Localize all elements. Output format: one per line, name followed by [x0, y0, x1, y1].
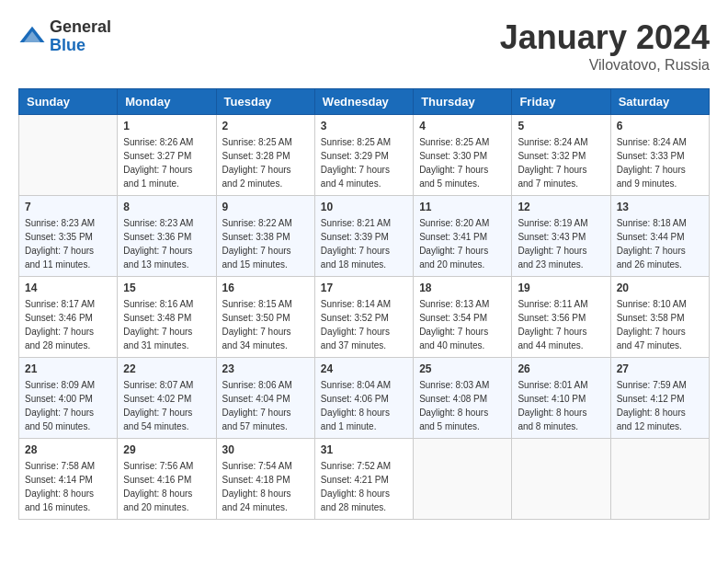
day-number: 26 [518, 362, 604, 375]
table-row: 29Sunrise: 7:56 AMSunset: 4:16 PMDayligh… [118, 439, 216, 520]
table-row: 25Sunrise: 8:03 AMSunset: 4:08 PMDayligh… [414, 358, 512, 439]
logo-general-text: General [50, 18, 111, 37]
calendar-table: SundayMondayTuesdayWednesdayThursdayFrid… [18, 88, 710, 520]
table-row: 15Sunrise: 8:16 AMSunset: 3:48 PMDayligh… [118, 277, 216, 358]
day-number: 29 [123, 443, 210, 456]
day-info: Sunrise: 7:59 AMSunset: 4:12 PMDaylight:… [617, 378, 703, 433]
day-info: Sunrise: 8:19 AMSunset: 3:43 PMDaylight:… [518, 216, 604, 271]
day-number: 1 [123, 120, 210, 132]
day-number: 4 [419, 120, 506, 132]
logo-blue-text: Blue [50, 37, 111, 55]
table-row: 2Sunrise: 8:25 AMSunset: 3:28 PMDaylight… [216, 115, 314, 196]
weekday-header-sunday: Sunday [19, 89, 118, 115]
day-info: Sunrise: 8:24 AMSunset: 3:33 PMDaylight:… [617, 135, 703, 190]
day-info: Sunrise: 7:54 AMSunset: 4:18 PMDaylight:… [222, 459, 309, 514]
day-info: Sunrise: 8:01 AMSunset: 4:10 PMDaylight:… [518, 378, 604, 433]
day-number: 12 [518, 201, 604, 213]
day-info: Sunrise: 8:11 AMSunset: 3:56 PMDaylight:… [518, 297, 604, 352]
location-title: Vilovatovo, Russia [500, 57, 710, 74]
day-info: Sunrise: 8:06 AMSunset: 4:04 PMDaylight:… [222, 378, 309, 433]
table-row: 8Sunrise: 8:23 AMSunset: 3:36 PMDaylight… [118, 196, 216, 277]
day-number: 18 [419, 282, 506, 294]
table-row: 10Sunrise: 8:21 AMSunset: 3:39 PMDayligh… [314, 196, 413, 277]
day-number: 6 [617, 120, 703, 132]
day-info: Sunrise: 8:07 AMSunset: 4:02 PMDaylight:… [123, 378, 210, 433]
day-number: 17 [321, 282, 407, 294]
calendar-week-row: 14Sunrise: 8:17 AMSunset: 3:46 PMDayligh… [19, 277, 710, 358]
day-info: Sunrise: 8:14 AMSunset: 3:52 PMDaylight:… [321, 297, 407, 352]
month-title: January 2024 [500, 18, 710, 57]
table-row: 23Sunrise: 8:06 AMSunset: 4:04 PMDayligh… [216, 358, 314, 439]
weekday-header-row: SundayMondayTuesdayWednesdayThursdayFrid… [19, 89, 710, 115]
table-row: 13Sunrise: 8:18 AMSunset: 3:44 PMDayligh… [610, 196, 709, 277]
day-number: 25 [419, 362, 506, 375]
calendar-week-row: 1Sunrise: 8:26 AMSunset: 3:27 PMDaylight… [19, 115, 710, 196]
day-info: Sunrise: 8:20 AMSunset: 3:41 PMDaylight:… [419, 216, 506, 271]
weekday-header-monday: Monday [118, 89, 216, 115]
table-row: 18Sunrise: 8:13 AMSunset: 3:54 PMDayligh… [414, 277, 512, 358]
day-info: Sunrise: 8:23 AMSunset: 3:35 PMDaylight:… [25, 216, 111, 271]
table-row: 5Sunrise: 8:24 AMSunset: 3:32 PMDaylight… [512, 115, 610, 196]
weekday-header-saturday: Saturday [610, 89, 709, 115]
table-row: 11Sunrise: 8:20 AMSunset: 3:41 PMDayligh… [414, 196, 512, 277]
day-number: 5 [518, 120, 604, 132]
day-info: Sunrise: 8:18 AMSunset: 3:44 PMDaylight:… [617, 216, 703, 271]
day-info: Sunrise: 8:25 AMSunset: 3:30 PMDaylight:… [419, 135, 506, 190]
weekday-header-thursday: Thursday [414, 89, 512, 115]
weekday-header-wednesday: Wednesday [314, 89, 413, 115]
day-info: Sunrise: 8:17 AMSunset: 3:46 PMDaylight:… [25, 297, 111, 352]
table-row: 27Sunrise: 7:59 AMSunset: 4:12 PMDayligh… [610, 358, 709, 439]
day-number: 24 [321, 362, 407, 375]
day-number: 28 [25, 443, 111, 456]
table-row [414, 439, 512, 520]
day-info: Sunrise: 8:10 AMSunset: 3:58 PMDaylight:… [617, 297, 703, 352]
title-block: January 2024 Vilovatovo, Russia [500, 18, 710, 74]
table-row: 20Sunrise: 8:10 AMSunset: 3:58 PMDayligh… [610, 277, 709, 358]
table-row: 12Sunrise: 8:19 AMSunset: 3:43 PMDayligh… [512, 196, 610, 277]
day-number: 20 [617, 282, 703, 294]
day-number: 15 [123, 282, 210, 294]
day-info: Sunrise: 7:52 AMSunset: 4:21 PMDaylight:… [321, 459, 407, 514]
table-row: 21Sunrise: 8:09 AMSunset: 4:00 PMDayligh… [19, 358, 118, 439]
weekday-header-friday: Friday [512, 89, 610, 115]
day-number: 13 [617, 201, 703, 213]
day-info: Sunrise: 8:26 AMSunset: 3:27 PMDaylight:… [123, 135, 210, 190]
day-number: 22 [123, 362, 210, 375]
table-row: 22Sunrise: 8:07 AMSunset: 4:02 PMDayligh… [118, 358, 216, 439]
table-row [512, 439, 610, 520]
day-number: 21 [25, 362, 111, 375]
day-info: Sunrise: 8:24 AMSunset: 3:32 PMDaylight:… [518, 135, 604, 190]
table-row: 4Sunrise: 8:25 AMSunset: 3:30 PMDaylight… [414, 115, 512, 196]
page-header: General Blue January 2024 Vilovatovo, Ru… [18, 18, 710, 74]
table-row: 3Sunrise: 8:25 AMSunset: 3:29 PMDaylight… [314, 115, 413, 196]
table-row [19, 115, 118, 196]
day-number: 11 [419, 201, 506, 213]
day-number: 30 [222, 443, 309, 456]
day-info: Sunrise: 7:56 AMSunset: 4:16 PMDaylight:… [123, 459, 210, 514]
table-row: 14Sunrise: 8:17 AMSunset: 3:46 PMDayligh… [19, 277, 118, 358]
day-number: 9 [222, 201, 309, 213]
table-row: 1Sunrise: 8:26 AMSunset: 3:27 PMDaylight… [118, 115, 216, 196]
day-info: Sunrise: 7:58 AMSunset: 4:14 PMDaylight:… [25, 459, 111, 514]
day-number: 10 [321, 201, 407, 213]
table-row: 9Sunrise: 8:22 AMSunset: 3:38 PMDaylight… [216, 196, 314, 277]
day-number: 31 [321, 443, 407, 456]
day-number: 16 [222, 282, 309, 294]
table-row: 7Sunrise: 8:23 AMSunset: 3:35 PMDaylight… [19, 196, 118, 277]
day-number: 27 [617, 362, 703, 375]
day-info: Sunrise: 8:21 AMSunset: 3:39 PMDaylight:… [321, 216, 407, 271]
table-row: 17Sunrise: 8:14 AMSunset: 3:52 PMDayligh… [314, 277, 413, 358]
day-number: 7 [25, 201, 111, 213]
logo: General Blue [18, 18, 111, 55]
day-number: 14 [25, 282, 111, 294]
day-info: Sunrise: 8:15 AMSunset: 3:50 PMDaylight:… [222, 297, 309, 352]
table-row: 28Sunrise: 7:58 AMSunset: 4:14 PMDayligh… [19, 439, 118, 520]
day-info: Sunrise: 8:25 AMSunset: 3:28 PMDaylight:… [222, 135, 309, 190]
day-number: 23 [222, 362, 309, 375]
calendar-week-row: 28Sunrise: 7:58 AMSunset: 4:14 PMDayligh… [19, 439, 710, 520]
table-row: 30Sunrise: 7:54 AMSunset: 4:18 PMDayligh… [216, 439, 314, 520]
calendar-week-row: 7Sunrise: 8:23 AMSunset: 3:35 PMDaylight… [19, 196, 710, 277]
day-info: Sunrise: 8:23 AMSunset: 3:36 PMDaylight:… [123, 216, 210, 271]
day-number: 2 [222, 120, 309, 132]
calendar-week-row: 21Sunrise: 8:09 AMSunset: 4:00 PMDayligh… [19, 358, 710, 439]
